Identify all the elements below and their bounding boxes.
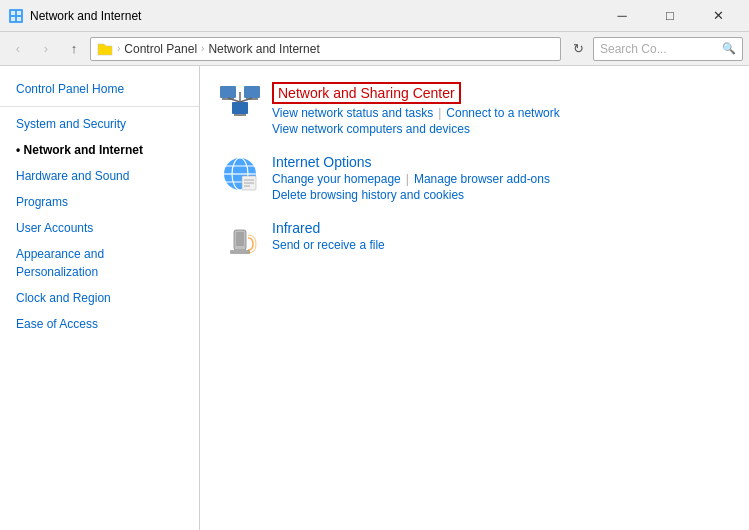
sidebar-divider-1 <box>0 106 199 107</box>
address-separator-1: › <box>117 43 120 54</box>
change-homepage-link[interactable]: Change your homepage <box>272 172 401 186</box>
section-internet-options: Internet Options Change your homepage | … <box>220 154 729 202</box>
close-button[interactable]: ✕ <box>695 1 741 31</box>
search-icon: 🔍 <box>722 42 736 55</box>
sidebar-item-control-panel-home[interactable]: Control Panel Home <box>0 76 199 102</box>
sidebar-item-ease-of-access[interactable]: Ease of Access <box>0 311 199 337</box>
connect-to-network-link[interactable]: Connect to a network <box>446 106 559 120</box>
sidebar-item-network-and-internet: Network and Internet <box>0 137 199 163</box>
svg-rect-25 <box>230 250 250 254</box>
send-receive-file-link[interactable]: Send or receive a file <box>272 238 385 252</box>
svg-rect-3 <box>11 17 15 21</box>
internet-options-links: Change your homepage | Manage browser ad… <box>272 172 550 186</box>
titlebar-title: Network and Internet <box>30 9 599 23</box>
up-button[interactable]: ↑ <box>62 37 86 61</box>
svg-rect-4 <box>17 17 21 21</box>
section-infrared-content: Infrared Send or receive a file <box>272 220 385 252</box>
section-infrared: Infrared Send or receive a file <box>220 220 729 260</box>
address-bar[interactable]: › Control Panel › Network and Internet <box>90 37 561 61</box>
internet-options-link[interactable]: Internet Options <box>272 154 372 170</box>
search-box[interactable]: Search Co... 🔍 <box>593 37 743 61</box>
titlebar-icon <box>8 8 24 24</box>
infrared-link[interactable]: Infrared <box>272 220 320 236</box>
network-sharing-icon <box>220 82 260 122</box>
network-sharing-center-link[interactable]: Network and Sharing Center <box>272 82 461 104</box>
search-placeholder: Search Co... <box>600 42 667 56</box>
view-network-computers-link[interactable]: View network computers and devices <box>272 122 470 136</box>
link-sep-1: | <box>438 106 441 120</box>
sidebar-item-hardware-and-sound[interactable]: Hardware and Sound <box>0 163 199 189</box>
sidebar-item-clock-and-region[interactable]: Clock and Region <box>0 285 199 311</box>
minimize-button[interactable]: ─ <box>599 1 645 31</box>
forward-button[interactable]: › <box>34 37 58 61</box>
svg-rect-2 <box>17 11 21 15</box>
delete-browsing-history-link[interactable]: Delete browsing history and cookies <box>272 188 464 202</box>
sidebar-item-user-accounts[interactable]: User Accounts <box>0 215 199 241</box>
main-area: Control Panel Home System and Security N… <box>0 66 749 530</box>
maximize-button[interactable]: □ <box>647 1 693 31</box>
infrared-icon <box>220 220 260 260</box>
svg-rect-7 <box>244 86 260 98</box>
refresh-button[interactable]: ↻ <box>567 38 589 60</box>
infrared-links: Send or receive a file <box>272 238 385 252</box>
network-sharing-links: View network status and tasks | Connect … <box>272 106 560 120</box>
content-area: Network and Sharing Center View network … <box>200 66 749 530</box>
svg-rect-10 <box>234 114 246 116</box>
svg-rect-5 <box>220 86 236 98</box>
svg-rect-1 <box>11 11 15 15</box>
titlebar-controls: ─ □ ✕ <box>599 1 741 31</box>
svg-rect-9 <box>232 102 248 114</box>
sidebar: Control Panel Home System and Security N… <box>0 66 200 530</box>
link-sep-2: | <box>406 172 409 186</box>
svg-rect-24 <box>236 232 244 246</box>
section-internet-options-content: Internet Options Change your homepage | … <box>272 154 550 202</box>
navbar: ‹ › ↑ › Control Panel › Network and Inte… <box>0 32 749 66</box>
back-button[interactable]: ‹ <box>6 37 30 61</box>
folder-icon <box>97 41 113 57</box>
sidebar-item-programs[interactable]: Programs <box>0 189 199 215</box>
sidebar-item-system-and-security[interactable]: System and Security <box>0 111 199 137</box>
view-network-status-link[interactable]: View network status and tasks <box>272 106 433 120</box>
manage-browser-addons-link[interactable]: Manage browser add-ons <box>414 172 550 186</box>
address-network-internet: Network and Internet <box>208 42 319 56</box>
sidebar-item-appearance-and-personalization[interactable]: Appearance and Personalization <box>0 241 199 285</box>
internet-options-icon <box>220 154 260 194</box>
section-network-sharing-content: Network and Sharing Center View network … <box>272 82 560 136</box>
address-separator-2: › <box>201 43 204 54</box>
address-control-panel: Control Panel <box>124 42 197 56</box>
section-network-sharing: Network and Sharing Center View network … <box>220 82 729 136</box>
titlebar: Network and Internet ─ □ ✕ <box>0 0 749 32</box>
